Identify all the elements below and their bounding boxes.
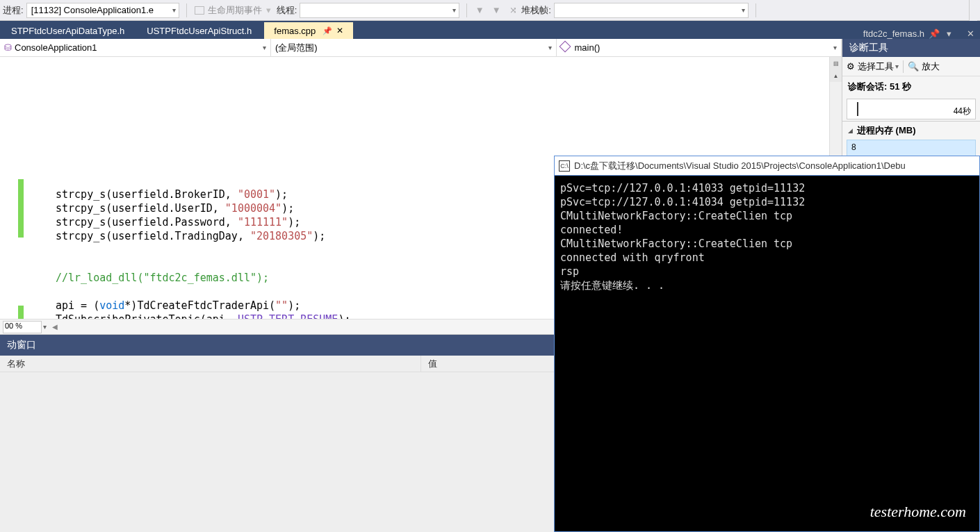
watermark: testerhome.com [870,503,966,521]
timeline-ruler[interactable]: 44秒 [847,99,976,119]
gear-icon[interactable]: ⚙ [847,61,855,72]
diagnostics-title: 诊断工具 [842,39,980,57]
toolbar-separator [186,3,187,17]
tab-ftdc2c-h[interactable]: ftdc2c_femas.h 📌 ▾ [856,28,958,39]
debug-toolbar: 进程: [11132] ConsoleApplication1.e 生命周期事件… [0,0,980,21]
magnify-icon[interactable]: 🔍 [908,61,919,72]
shuffle-icon: ⤨ [507,5,518,16]
close-all-icon[interactable]: ✕ [963,28,979,39]
nav-scope-combo[interactable]: (全局范围) [271,39,557,56]
project-icon: ⛁ [4,42,12,53]
pin-icon[interactable]: 📌 [929,28,940,39]
flag-icon: ▼ [491,5,502,16]
filter-icon: ▼ [474,5,485,16]
thread-label: 线程: [277,4,297,17]
close-icon[interactable]: ✕ [336,26,343,35]
document-tabstrip: STPFtdcUserApiDataType.h USTPFtdcUserApi… [0,21,980,39]
zoom-in-button[interactable]: 放大 [922,60,940,73]
process-combo[interactable]: [11132] ConsoleApplication1.e [26,3,179,18]
code-nav-bar: ⛁ ConsoleApplication1 (全局范围) main() [0,39,842,57]
tab-femas-cpp[interactable]: femas.cpp 📌 ✕ [264,22,353,39]
stackframe-label: 堆栈帧: [521,4,551,17]
split-icon[interactable]: ▤ [830,57,842,69]
toolbar-separator [466,3,467,17]
memory-section-header[interactable]: ◢ 进程内存 (MB) [842,121,980,140]
process-label: 进程: [3,4,24,17]
select-tool-button[interactable]: 选择工具 [858,60,894,73]
change-gutter [18,57,24,319]
zoom-combo[interactable]: 00 % [3,321,42,333]
lifecycle-label: 生命周期事件 [208,4,262,17]
scroll-left-icon[interactable]: ◀ [52,323,58,331]
function-icon [561,42,569,53]
tab-datatype-h[interactable]: STPFtdcUserApiDataType.h [1,22,134,39]
toolbar-separator [756,3,756,17]
thread-combo[interactable] [300,3,459,18]
col-name[interactable]: 名称 [0,356,421,372]
console-window[interactable]: C:\ D:\c盘下载迁移\Documents\Visual Studio 20… [554,156,980,532]
nav-project-combo[interactable]: ⛁ ConsoleApplication1 [0,39,271,56]
lifecycle-icon [194,5,205,16]
session-info: 诊断会话: 51 秒 [842,76,980,97]
console-output: pSvc=tcp://127.0.0.1:41033 getpid=11132 … [555,176,979,298]
memory-chart[interactable]: 8 [847,140,976,156]
stackframe-combo[interactable] [554,3,749,18]
tab-struct-h[interactable]: USTPFtdcUserApiStruct.h [137,22,261,39]
overflow-strip[interactable] [969,0,977,21]
nav-function-combo[interactable]: main() [557,39,842,56]
console-icon: C:\ [559,160,570,172]
console-titlebar[interactable]: C:\ D:\c盘下载迁移\Documents\Visual Studio 20… [555,156,979,176]
collapse-icon: ◢ [848,127,853,134]
scroll-up-icon[interactable]: ▲ [830,69,842,82]
pin-icon[interactable]: 📌 [322,26,332,35]
